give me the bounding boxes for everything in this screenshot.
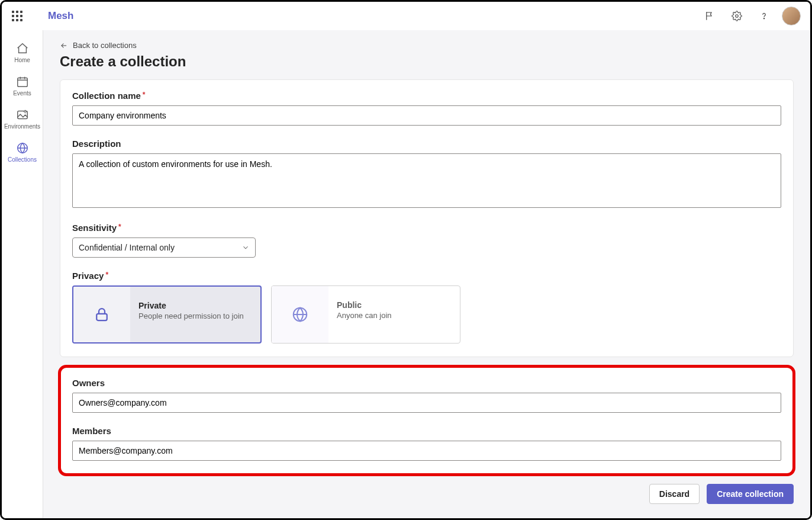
privacy-desc: Anyone can join	[337, 311, 453, 320]
footer-actions: Discard Create collection	[60, 484, 794, 504]
topbar-actions	[700, 7, 804, 25]
svg-point-1	[763, 18, 764, 18]
back-link[interactable]: Back to collections	[60, 41, 137, 50]
flag-icon	[704, 11, 715, 21]
form-card: Collection name* Description Sensitivity…	[60, 79, 794, 357]
required-indicator: *	[118, 223, 121, 231]
back-label: Back to collections	[73, 41, 137, 50]
privacy-option-private[interactable]: Private People need permission to join	[72, 285, 262, 344]
nav-rail: Home Events Environments Collections	[2, 30, 43, 518]
rail-item-home[interactable]: Home	[3, 38, 42, 66]
collection-name-input[interactable]	[72, 105, 781, 126]
calendar-icon	[15, 75, 30, 89]
topbar: Mesh	[2, 2, 810, 30]
label-description: Description	[72, 139, 781, 149]
privacy-title: Public	[337, 300, 453, 310]
settings-button[interactable]	[727, 7, 746, 25]
feedback-button[interactable]	[700, 7, 719, 25]
page-title: Create a collection	[60, 53, 794, 70]
rail-item-events[interactable]: Events	[3, 72, 42, 99]
gear-icon	[732, 11, 742, 21]
app-title: Mesh	[48, 10, 73, 22]
main-content: Back to collections Create a collection …	[43, 30, 810, 518]
lock-icon	[93, 306, 111, 323]
svg-rect-2	[17, 78, 27, 87]
avatar[interactable]	[782, 7, 801, 25]
required-indicator: *	[143, 91, 146, 99]
label-privacy: Privacy*	[72, 271, 781, 281]
sensitivity-value: Confidential / Internal only	[79, 243, 175, 252]
arrow-left-icon	[60, 41, 68, 50]
label-members: Members	[72, 426, 781, 436]
rail-label: Environments	[4, 123, 40, 130]
svg-rect-5	[96, 314, 107, 320]
description-input[interactable]	[72, 153, 781, 208]
privacy-desc: People need permission to join	[138, 312, 253, 320]
globe-icon	[15, 141, 30, 155]
rail-label: Collections	[8, 156, 37, 163]
rail-item-collections[interactable]: Collections	[3, 138, 42, 165]
help-button[interactable]	[755, 7, 774, 25]
rail-label: Events	[13, 90, 31, 97]
owners-members-card: Owners Members	[60, 367, 794, 474]
owners-input[interactable]	[72, 393, 781, 413]
privacy-option-public[interactable]: Public Anyone can join	[271, 285, 460, 344]
rail-item-environments[interactable]: Environments	[3, 105, 42, 132]
sensitivity-select[interactable]: Confidential / Internal only	[72, 237, 256, 258]
label-collection-name: Collection name*	[72, 91, 781, 101]
label-sensitivity: Sensitivity*	[72, 223, 781, 233]
discard-button[interactable]: Discard	[649, 484, 700, 504]
svg-point-0	[736, 14, 739, 17]
globe-icon	[291, 306, 309, 323]
label-owners: Owners	[72, 378, 781, 388]
rail-label: Home	[14, 57, 30, 63]
privacy-title: Private	[138, 301, 253, 310]
members-input[interactable]	[72, 441, 781, 461]
help-icon	[759, 11, 769, 21]
waffle-icon	[12, 11, 22, 21]
image-sparkle-icon	[15, 108, 30, 122]
app-launcher-button[interactable]	[7, 5, 28, 27]
required-indicator: *	[105, 271, 108, 279]
home-icon	[15, 41, 30, 56]
create-collection-button[interactable]: Create collection	[707, 484, 794, 504]
